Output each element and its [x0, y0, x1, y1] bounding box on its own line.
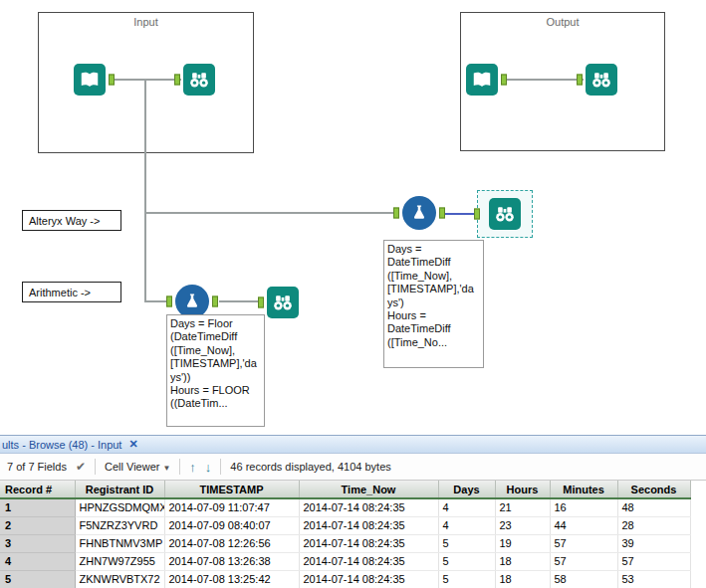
workflow-canvas[interactable]: Input Output [0, 0, 706, 435]
column-header[interactable]: Record # [0, 481, 75, 498]
annotation-datetimediff[interactable]: Days = DateTimeDiff ([Time_Now], [TIMEST… [383, 240, 484, 368]
column-header[interactable]: Registrant ID [75, 481, 164, 498]
table-cell[interactable]: 57 [617, 552, 690, 570]
table-cell[interactable]: 5 [438, 534, 495, 552]
browse-tool[interactable] [586, 64, 617, 96]
table-cell[interactable]: 2014-07-09 08:40:07 [164, 516, 299, 534]
table-cell[interactable]: 39 [617, 534, 690, 552]
table-cell[interactable]: 2014-07-14 08:24:35 [299, 516, 438, 534]
table-cell[interactable]: 58 [550, 570, 617, 588]
table-cell[interactable]: 2014-07-08 13:25:42 [164, 570, 299, 588]
selected-browse-tool[interactable] [477, 190, 533, 238]
results-toolbar: 7 of 7 Fields ✔ Cell Viewer▼ ↑ ↓ 46 reco… [0, 454, 706, 481]
table-cell[interactable]: 2014-07-08 12:26:56 [164, 534, 299, 552]
column-header[interactable]: TIMESTAMP [164, 481, 299, 498]
table-cell[interactable]: 53 [617, 570, 690, 588]
close-icon[interactable]: ✕ [128, 438, 137, 451]
table-cell[interactable]: 19 [495, 534, 550, 552]
binoculars-icon [272, 292, 294, 313]
row-number-cell[interactable]: 5 [0, 570, 75, 588]
toolbar-separator [179, 459, 180, 475]
check-icon[interactable]: ✔ [76, 460, 86, 474]
table-cell[interactable]: 57 [550, 552, 617, 570]
column-header[interactable]: Minutes [550, 481, 617, 498]
table-cell[interactable]: 5 [438, 570, 495, 588]
input-anchor[interactable] [474, 209, 480, 220]
column-header[interactable]: Time_Now [299, 481, 438, 498]
fields-count[interactable]: 7 of 7 Fields [7, 461, 67, 473]
table-cell[interactable]: 44 [550, 516, 617, 534]
toolbar-separator [220, 459, 221, 475]
table-cell[interactable]: 48 [617, 498, 690, 516]
table-cell[interactable]: HPNZGSDMQMX [75, 498, 164, 516]
book-icon [79, 69, 101, 91]
row-number-cell[interactable]: 3 [0, 534, 75, 552]
table-cell[interactable]: 2014-07-14 08:24:35 [299, 552, 438, 570]
table-cell[interactable]: 4 [438, 498, 495, 516]
results-tab-title[interactable]: ults - Browse (48) - Input [2, 439, 121, 451]
input-data-tool[interactable] [74, 64, 106, 96]
input-anchor[interactable] [577, 75, 583, 86]
table-cell[interactable]: 23 [495, 516, 550, 534]
table-cell[interactable]: F5NZRZ3YVRD [75, 516, 164, 534]
annotation-floor[interactable]: Days = Floor (DateTimeDiff ([Time_Now], … [166, 314, 265, 427]
formula-tool[interactable] [402, 196, 436, 230]
column-header[interactable]: Hours [495, 481, 550, 498]
table-cell[interactable]: 2014-07-14 08:24:35 [299, 534, 438, 552]
output-anchor[interactable] [212, 296, 218, 307]
input-anchor[interactable] [258, 297, 264, 308]
table-cell[interactable]: 16 [550, 498, 617, 516]
column-header[interactable]: Seconds [617, 481, 690, 498]
connection[interactable] [114, 80, 167, 301]
output-anchor[interactable] [501, 75, 507, 86]
table-cell[interactable]: 28 [617, 516, 690, 534]
binoculars-icon [494, 203, 516, 225]
arrow-up-icon[interactable]: ↑ [189, 460, 196, 475]
records-status: 46 records displayed, 4104 bytes [230, 461, 390, 473]
table-cell[interactable]: 4 [438, 516, 495, 534]
table-row: 5 ZKNWRVBTX72 2014-07-08 13:25:42 2014-0… [0, 570, 690, 588]
row-number-cell[interactable]: 2 [0, 516, 75, 534]
table-cell[interactable]: 2014-07-14 08:24:35 [299, 498, 438, 516]
cell-viewer-label: Cell Viewer [105, 461, 159, 473]
label-alteryx-way[interactable]: Alteryx Way -> [22, 210, 121, 231]
browse-tool[interactable] [489, 198, 521, 230]
row-number-cell[interactable]: 4 [0, 552, 75, 570]
flask-icon [182, 292, 202, 311]
input-anchor[interactable] [166, 296, 172, 307]
results-table: Record # Registrant ID TIMESTAMP Time_No… [0, 481, 691, 588]
table-cell[interactable]: 2014-07-09 11:07:47 [164, 498, 299, 516]
column-header[interactable]: Days [438, 481, 495, 498]
cell-viewer-dropdown[interactable]: Cell Viewer▼ [105, 461, 170, 473]
arrow-down-icon[interactable]: ↓ [205, 460, 212, 475]
table-cell[interactable]: FHNBTNMV3MP [75, 534, 164, 552]
binoculars-icon [188, 69, 210, 91]
input-anchor[interactable] [174, 75, 180, 86]
label-arithmetic[interactable]: Arithmetic -> [22, 282, 121, 302]
flask-icon [409, 203, 429, 223]
table-cell[interactable]: 18 [495, 552, 550, 570]
table-cell[interactable]: 2014-07-14 08:24:35 [299, 570, 438, 588]
table-cell[interactable]: ZHN7W97Z955 [75, 552, 164, 570]
table-cell[interactable]: 21 [495, 498, 550, 516]
table-cell[interactable]: 57 [550, 534, 617, 552]
table-cell[interactable]: 5 [438, 552, 495, 570]
table-row: 2 F5NZRZ3YVRD 2014-07-09 08:40:07 2014-0… [0, 516, 690, 534]
output-anchor[interactable] [109, 75, 115, 86]
table-header-row: Record # Registrant ID TIMESTAMP Time_No… [0, 481, 690, 498]
table-cell[interactable]: 2014-07-08 13:26:38 [164, 552, 299, 570]
table-cell[interactable]: ZKNWRVBTX72 [75, 570, 164, 588]
formula-tool[interactable] [175, 285, 209, 318]
book-icon [471, 69, 493, 91]
row-number-cell[interactable]: 1 [0, 498, 75, 516]
table-cell[interactable]: 18 [495, 570, 550, 588]
binoculars-icon [590, 69, 612, 91]
browse-tool[interactable] [183, 64, 215, 96]
table-row: 3 FHNBTNMV3MP 2014-07-08 12:26:56 2014-0… [0, 534, 690, 552]
browse-tool[interactable] [267, 287, 299, 318]
input-data-tool[interactable] [466, 64, 498, 96]
output-anchor[interactable] [439, 208, 445, 219]
table-row: 4 ZHN7W97Z955 2014-07-08 13:26:38 2014-0… [0, 552, 690, 570]
table-row: 1 HPNZGSDMQMX 2014-07-09 11:07:47 2014-0… [0, 498, 690, 516]
input-anchor[interactable] [393, 208, 399, 219]
